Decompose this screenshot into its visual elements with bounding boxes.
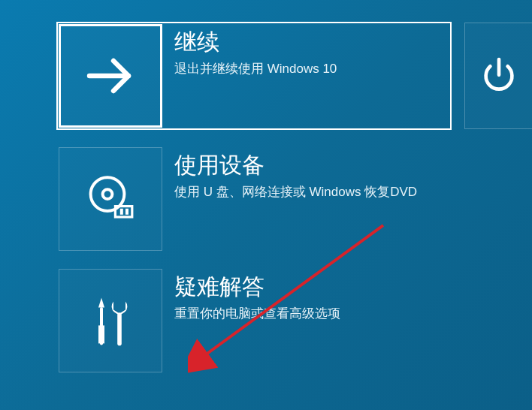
continue-text: 继续 退出并继续使用 Windows 10 — [162, 24, 449, 79]
use-device-desc: 使用 U 盘、网络连接或 Windows 恢复DVD — [174, 183, 449, 202]
use-device-text: 使用设备 使用 U 盘、网络连接或 Windows 恢复DVD — [162, 147, 449, 202]
troubleshoot-title: 疑难解答 — [174, 273, 449, 300]
troubleshoot-icon-box — [59, 269, 162, 372]
svg-rect-4 — [120, 209, 123, 215]
svg-rect-5 — [125, 209, 128, 215]
continue-tile[interactable]: 继续 退出并继续使用 Windows 10 — [57, 23, 451, 129]
svg-rect-7 — [98, 325, 104, 343]
troubleshoot-tile[interactable]: 疑难解答 重置你的电脑或查看高级选项 — [59, 269, 449, 372]
power-icon — [477, 54, 521, 98]
arrow-right-icon — [80, 46, 141, 106]
use-device-icon-box — [59, 147, 162, 251]
svg-point-2 — [103, 189, 113, 199]
power-tile[interactable] — [464, 23, 532, 129]
use-device-tile[interactable]: 使用设备 使用 U 盘、网络连接或 Windows 恢复DVD — [59, 147, 449, 251]
continue-desc: 退出并继续使用 Windows 10 — [174, 60, 442, 79]
tools-icon — [80, 291, 141, 351]
disc-usb-icon — [80, 169, 141, 229]
troubleshoot-text: 疑难解答 重置你的电脑或查看高级选项 — [162, 269, 449, 324]
use-device-title: 使用设备 — [174, 152, 449, 179]
continue-icon-box — [59, 24, 162, 128]
troubleshoot-desc: 重置你的电脑或查看高级选项 — [174, 305, 449, 324]
continue-title: 继续 — [174, 29, 442, 56]
svg-marker-8 — [98, 298, 104, 308]
